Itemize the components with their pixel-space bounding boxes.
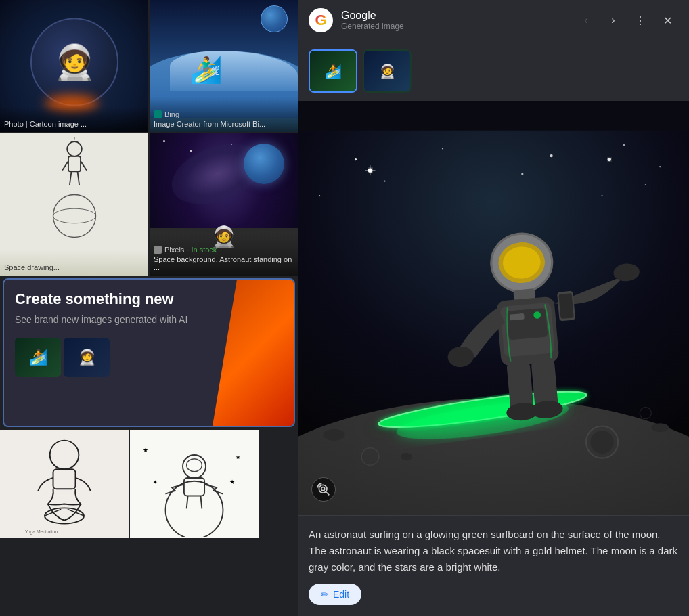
image-caption-1: Photo | Cartoon image ... [0,106,148,132]
image-caption-3: Space drawing... [0,250,148,276]
image-grid: 🧑‍🚀 Photo | Cartoon image ... 🏄‍♂️ Bing … [0,0,298,276]
svg-line-22 [187,496,188,508]
header-subtitle: Generated image [341,22,567,31]
svg-point-33 [645,184,646,185]
bottom-images-row: Yoga Meditation ★ ★ ✦ ★ [0,430,298,538]
svg-point-11 [45,508,84,523]
header-actions: ‹ › ⋮ ✕ [575,9,678,31]
nav-prev-button[interactable]: ‹ [575,9,597,31]
svg-line-5 [69,171,71,185]
bing-label: Bing [164,110,179,118]
description-box: An astronaut surfing on a glowing green … [298,515,689,616]
svg-line-4 [81,161,87,171]
image-caption-4: Pixels · In stock Space background. Astr… [150,232,298,276]
image-caption-text-1: Photo | Cartoon image ... [4,120,144,128]
svg-point-46 [401,453,412,460]
svg-text:★: ★ [143,446,148,454]
thumbnail-2[interactable]: 🧑‍🚀 [363,49,412,93]
nav-close-button[interactable]: ✕ [657,9,678,31]
svg-point-26 [355,158,357,160]
svg-text:✦: ✦ [153,479,158,485]
svg-point-31 [384,181,385,182]
svg-point-28 [550,154,552,157]
svg-point-0 [67,141,82,156]
svg-point-71 [321,487,325,491]
create-thumb-2: 🧑‍🚀 [64,338,110,377]
edit-button[interactable]: ✏ Edit [309,584,361,605]
generated-image-panel: G Google Generated image ‹ › ⋮ ✕ 🏄 🧑‍🚀 [298,0,689,616]
svg-text:★: ★ [229,478,235,485]
svg-point-35 [601,195,602,196]
bing-icon [154,110,162,118]
image-caption-text-4: Space background. Astronaut standing on … [154,255,294,271]
description-text: An astronaut surfing on a glowing green … [309,527,678,575]
image-source-2: Bing [154,110,294,118]
panel-header: G Google Generated image ‹ › ⋮ ✕ [298,0,689,41]
svg-point-30 [659,166,661,167]
svg-rect-65 [558,293,573,319]
svg-text:Yoga Meditation: Yoga Meditation [25,529,58,535]
result-image-3[interactable]: Space drawing... [0,133,148,276]
pixels-label: Pixels [164,246,184,254]
header-provider: Google [341,9,567,22]
edit-icon: ✏ [321,589,329,600]
nav-next-button[interactable]: › [602,9,624,31]
svg-line-3 [62,161,68,171]
in-stock-label: · In stock [187,246,217,254]
svg-point-70 [319,485,327,493]
lens-icon[interactable] [311,477,336,502]
bottom-image-1[interactable]: Yoga Meditation [0,430,129,538]
thumbnails-row: 🏄 🧑‍🚀 [298,41,689,101]
svg-point-47 [651,423,669,432]
svg-point-32 [521,173,523,175]
svg-rect-10 [53,469,76,489]
svg-point-45 [323,429,344,441]
svg-rect-59 [506,308,548,340]
google-g-icon: G [315,12,326,29]
edit-label: Edit [333,589,349,600]
image-caption-text-2: Image Creator from Microsoft Bi... [154,120,294,128]
svg-point-29 [623,144,625,146]
result-image-4[interactable]: 🧑‍🚀 Pixels · In stock Space background. … [150,133,298,276]
svg-point-8 [53,208,95,223]
image-source-4: Pixels · In stock [154,246,294,254]
svg-point-9 [50,440,79,469]
result-image-1[interactable]: 🧑‍🚀 Photo | Cartoon image ... [0,0,148,132]
svg-line-23 [200,496,202,508]
image-caption-text-3: Space drawing... [4,263,144,271]
svg-line-72 [326,492,330,496]
svg-text:★: ★ [236,454,240,460]
main-image-area [298,101,689,515]
nav-more-button[interactable]: ⋮ [629,9,651,31]
svg-rect-2 [68,156,81,172]
thumbnail-1[interactable]: 🏄 [309,49,357,93]
svg-point-24 [187,458,202,471]
header-text: Google Generated image [341,9,567,31]
svg-line-6 [77,171,79,185]
search-results-panel: 🧑‍🚀 Photo | Cartoon image ... 🏄‍♂️ Bing … [0,0,298,616]
svg-point-27 [442,148,443,149]
image-caption-2: Bing Image Creator from Microsoft Bi... [150,97,298,132]
create-new-card[interactable]: Create something new See brand new image… [3,278,295,427]
main-image-svg [298,101,689,515]
result-image-2[interactable]: 🏄‍♂️ Bing Image Creator from Microsoft B… [150,0,298,132]
google-logo: G [309,8,333,32]
bottom-image-2[interactable]: ★ ★ ✦ ★ [130,430,259,538]
pixels-icon [154,246,162,254]
svg-point-39 [608,158,611,161]
svg-point-42 [590,431,613,454]
svg-point-34 [319,195,320,196]
svg-point-7 [53,195,95,238]
create-thumb-1: 🏄 [15,338,61,377]
